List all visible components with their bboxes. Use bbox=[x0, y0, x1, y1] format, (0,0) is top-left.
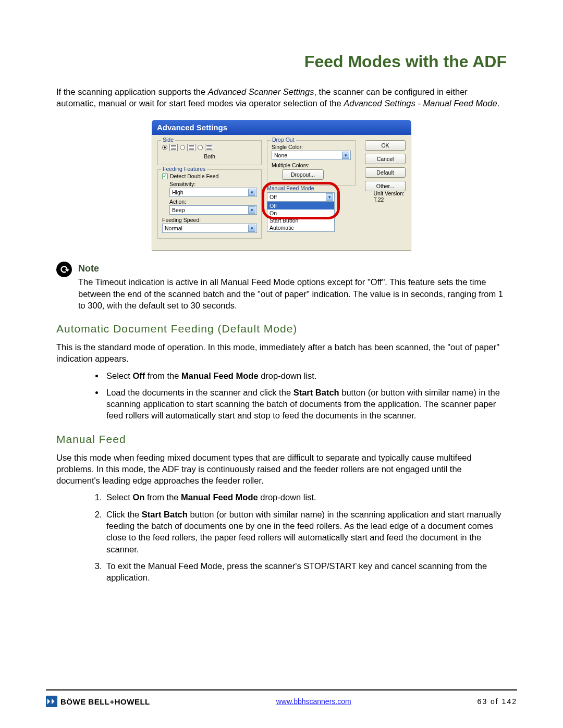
footer-page-number: 63 of 142 bbox=[478, 697, 517, 706]
dropout-group: Drop Out Single Color: None Multiple Col… bbox=[267, 140, 356, 186]
brand-a: BÖWE BELL bbox=[60, 697, 110, 706]
dropout-legend: Drop Out bbox=[271, 137, 296, 143]
note-body: The Timeout indication is active in all … bbox=[78, 276, 507, 311]
t: Select bbox=[106, 492, 132, 502]
mfm-option-start-button[interactable]: Start Button bbox=[267, 217, 334, 224]
mfm-option-automatic[interactable]: Automatic bbox=[267, 224, 334, 231]
auto-paragraph: This is the standard mode of operation. … bbox=[56, 341, 507, 365]
t: drop-down list. bbox=[258, 492, 316, 502]
footer-link[interactable]: www.bbhscanners.com bbox=[276, 697, 351, 706]
action-combo[interactable]: Beep bbox=[169, 205, 257, 215]
brand-mark-icon bbox=[46, 696, 57, 707]
advanced-settings-dialog: Advanced Settings Side Both bbox=[152, 120, 411, 251]
intro-em2: Advanced Settings - Manual Feed Mode bbox=[344, 98, 497, 108]
side-radio-1[interactable] bbox=[162, 145, 167, 150]
side-group: Side Both bbox=[157, 140, 262, 165]
sensitivity-combo[interactable]: High bbox=[169, 188, 257, 197]
t: Start Batch bbox=[293, 388, 339, 397]
t: Off bbox=[132, 371, 145, 380]
t: Manual Feed Mode bbox=[181, 371, 259, 380]
side-radio-3[interactable] bbox=[198, 145, 203, 150]
auto-bullet-1: Select Off from the Manual Feed Mode dro… bbox=[104, 370, 507, 381]
chevron-down-icon bbox=[248, 225, 255, 232]
feeding-speed-combo[interactable]: Normal bbox=[162, 224, 257, 233]
dialog-titlebar: Advanced Settings bbox=[152, 120, 411, 135]
side-radio-2[interactable] bbox=[180, 145, 185, 150]
manual-step-1: Select On from the Manual Feed Mode drop… bbox=[104, 491, 507, 503]
footer-brand: BÖWE BELL+HOWELL bbox=[46, 696, 150, 707]
auto-heading: Automatic Document Feeding (Default Mode… bbox=[56, 323, 507, 335]
sensitivity-label: Sensitivity: bbox=[169, 181, 257, 187]
t: On bbox=[132, 492, 144, 502]
intro-text-c: . bbox=[497, 98, 500, 108]
page-title: Feed Modes with the ADF bbox=[56, 52, 507, 71]
t: Start Batch bbox=[142, 510, 188, 519]
intro-paragraph: If the scanning application supports the… bbox=[56, 86, 507, 109]
cancel-button[interactable]: Cancel bbox=[365, 154, 406, 164]
t: drop-down list. bbox=[259, 371, 317, 380]
t: Load the documents in the scanner and cl… bbox=[106, 388, 293, 397]
t: Select bbox=[106, 371, 132, 380]
default-button[interactable]: Default bbox=[365, 167, 406, 178]
manual-step-3: To exit the Manual Feed Mode, press the … bbox=[104, 560, 507, 584]
single-color-combo[interactable]: None bbox=[272, 151, 351, 160]
side-icon bbox=[187, 144, 195, 151]
side-icon bbox=[205, 144, 213, 151]
feeding-speed-value: Normal bbox=[165, 225, 182, 231]
ok-button[interactable]: OK bbox=[365, 140, 406, 151]
intro-em1: Advanced Scanner Settings bbox=[208, 87, 314, 96]
sensitivity-value: High bbox=[172, 189, 183, 195]
side-icon bbox=[169, 144, 178, 151]
manual-feed-mode-combo[interactable]: Off bbox=[267, 192, 335, 202]
brand-b: HOWELL bbox=[115, 697, 150, 706]
note-heading: Note bbox=[78, 263, 507, 274]
action-value: Beep bbox=[172, 207, 185, 213]
feeding-speed-label: Feeding Speed: bbox=[162, 217, 257, 223]
single-color-label: Single Color: bbox=[272, 144, 351, 150]
manual-paragraph: Use this mode when feeding mixed documen… bbox=[56, 452, 507, 487]
brand-plus: + bbox=[110, 697, 115, 706]
t: from the bbox=[144, 492, 181, 502]
action-label: Action: bbox=[169, 199, 257, 205]
intro-text-a: If the scanning application supports the bbox=[56, 87, 208, 96]
single-color-value: None bbox=[274, 152, 287, 158]
chevron-down-icon bbox=[326, 193, 333, 201]
chevron-down-icon bbox=[248, 189, 255, 196]
side-legend: Side bbox=[161, 137, 175, 143]
multiple-colors-label: Multiple Colors: bbox=[272, 162, 351, 168]
detect-double-feed-label: Detect Double Feed bbox=[170, 173, 218, 179]
feeding-legend: Feeding Features bbox=[161, 166, 207, 172]
mfm-option-off[interactable]: Off bbox=[267, 202, 334, 209]
chevron-down-icon bbox=[342, 152, 349, 159]
feeding-features-group: Feeding Features Detect Double Feed Sens… bbox=[157, 169, 262, 239]
unit-version: Unit Version: T.22 bbox=[373, 190, 405, 203]
unit-version-label: Unit Version: bbox=[373, 190, 405, 196]
dropout-button[interactable]: Dropout... bbox=[282, 169, 324, 180]
side-both-label: Both bbox=[162, 153, 257, 159]
chevron-down-icon bbox=[248, 206, 255, 214]
t: from the bbox=[145, 371, 181, 380]
mfm-option-on[interactable]: On bbox=[267, 209, 334, 217]
manual-heading: Manual Feed bbox=[56, 433, 507, 446]
t: Click the bbox=[106, 510, 142, 519]
manual-step-2: Click the Start Batch button (or button … bbox=[104, 509, 507, 555]
manual-feed-mode-label: Manual Feed Mode bbox=[267, 185, 335, 191]
page-footer: BÖWE BELL+HOWELL www.bbhscanners.com 63 … bbox=[46, 689, 517, 707]
other-button[interactable]: Other... bbox=[365, 181, 406, 191]
detect-double-feed-checkbox[interactable] bbox=[162, 174, 168, 179]
mfm-selected: Off bbox=[270, 194, 277, 200]
t: Manual Feed Mode bbox=[181, 492, 258, 502]
unit-version-value: T.22 bbox=[373, 196, 405, 203]
note-arrow-icon bbox=[56, 262, 72, 277]
auto-bullet-2: Load the documents in the scanner and cl… bbox=[104, 387, 507, 422]
manual-feed-mode-options[interactable]: Off On Start Button Automatic bbox=[267, 202, 335, 232]
